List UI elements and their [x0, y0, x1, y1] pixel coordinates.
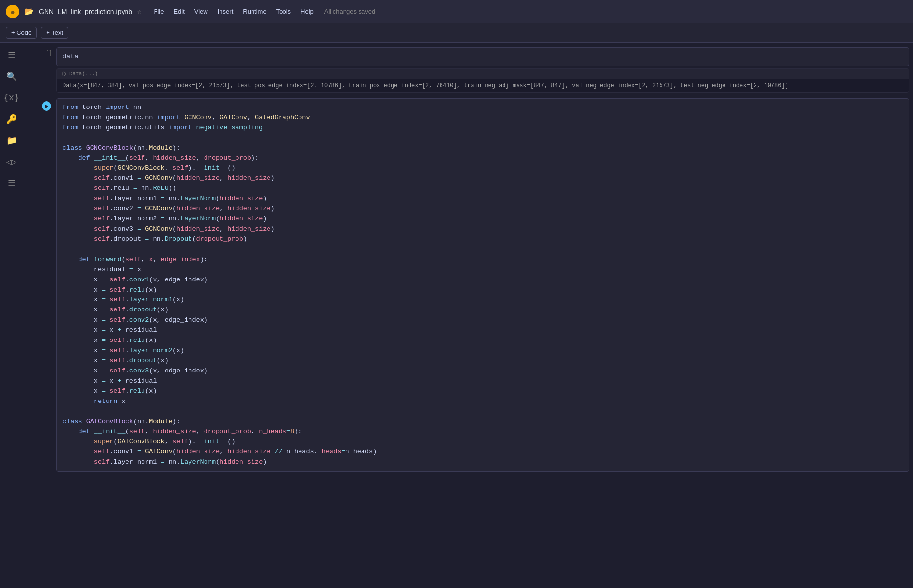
- sidebar-menu-icon[interactable]: ☰: [3, 46, 20, 64]
- output-label: Data(...): [69, 71, 98, 77]
- sidebar-secrets-icon[interactable]: 🔑: [3, 110, 20, 128]
- drive-icon: 📂: [24, 7, 34, 16]
- cell-2: ▶ from torch import nn from torch_geomet…: [23, 97, 913, 473]
- cell-1-output: ⬡ Data(...) Data(x=[847, 384], val_pos_e…: [56, 68, 909, 93]
- output-icon-row: ⬡ Data(...): [57, 69, 909, 79]
- cell-1-gutter: [ ]: [27, 47, 56, 56]
- sidebar-search-icon[interactable]: 🔍: [3, 68, 20, 85]
- add-code-button[interactable]: + Code: [6, 27, 37, 39]
- menu-bar: File Edit View Insert Runtime Tools Help: [150, 6, 317, 17]
- left-sidebar: ☰ 🔍 {x} 🔑 📁 ◁▷ ☰: [0, 43, 23, 588]
- menu-runtime[interactable]: Runtime: [239, 6, 270, 17]
- notebook-title[interactable]: GNN_LM_link_prediction.ipynb: [39, 8, 132, 15]
- sidebar-variables-icon[interactable]: {x}: [3, 89, 20, 107]
- cells-container[interactable]: [ ] data ⬡ Data(...) Data(x=[847, 384], …: [23, 43, 913, 588]
- main-layout: ☰ 🔍 {x} 🔑 📁 ◁▷ ☰ [ ] data ⬡: [0, 43, 913, 588]
- cell-1-content[interactable]: data ⬡ Data(...) Data(x=[847, 384], val_…: [56, 47, 909, 93]
- content-area: [ ] data ⬡ Data(...) Data(x=[847, 384], …: [23, 43, 913, 588]
- colab-logo: [6, 5, 19, 18]
- toolbar-row: + Code + Text: [0, 23, 913, 43]
- menu-file[interactable]: File: [150, 6, 168, 17]
- cell-2-code[interactable]: from torch import nn from torch_geometri…: [56, 98, 909, 472]
- cell-2-run-button[interactable]: ▶: [42, 101, 51, 111]
- output-icon: ⬡: [62, 71, 66, 77]
- sidebar-code-snippets-icon[interactable]: ◁▷: [3, 153, 20, 170]
- cell-1-code-block: data: [57, 48, 909, 66]
- cell-1-code[interactable]: data: [56, 47, 909, 66]
- cell-2-gutter: ▶: [27, 98, 56, 111]
- saved-status: All changes saved: [324, 8, 376, 15]
- cell-2-code-block: from torch import nn from torch_geometri…: [57, 99, 909, 471]
- cell-2-content[interactable]: from torch import nn from torch_geometri…: [56, 98, 909, 472]
- cell-1: [ ] data ⬡ Data(...) Data(x=[847, 384], …: [23, 46, 913, 93]
- cell-1-output-text: Data(x=[847, 384], val_pos_edge_index=[2…: [57, 79, 909, 92]
- menu-help[interactable]: Help: [297, 6, 317, 17]
- add-text-button[interactable]: + Text: [41, 27, 68, 39]
- menu-edit[interactable]: Edit: [170, 6, 188, 17]
- sidebar-files-icon[interactable]: 📁: [3, 132, 20, 149]
- menu-view[interactable]: View: [190, 6, 212, 17]
- menu-insert[interactable]: Insert: [214, 6, 237, 17]
- top-bar: 📂 GNN_LM_link_prediction.ipynb ☆ File Ed…: [0, 0, 913, 23]
- cell-1-index: [ ]: [47, 49, 51, 56]
- star-icon[interactable]: ☆: [137, 7, 141, 15]
- sidebar-toc-icon[interactable]: ☰: [3, 174, 20, 192]
- menu-tools[interactable]: Tools: [272, 6, 295, 17]
